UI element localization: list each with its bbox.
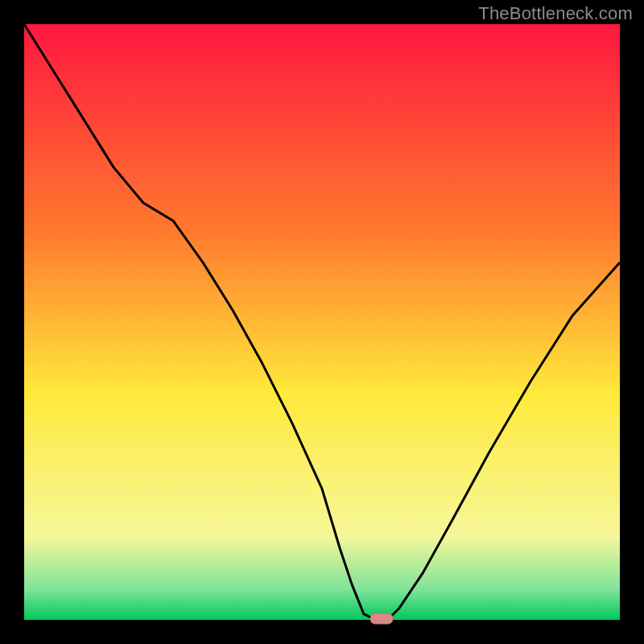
chart-frame: TheBottleneck.com [0,0,644,644]
bottleneck-chart [0,0,644,644]
plot-background [24,24,620,620]
watermark-text: TheBottleneck.com [478,3,633,24]
optimal-marker [370,613,393,624]
